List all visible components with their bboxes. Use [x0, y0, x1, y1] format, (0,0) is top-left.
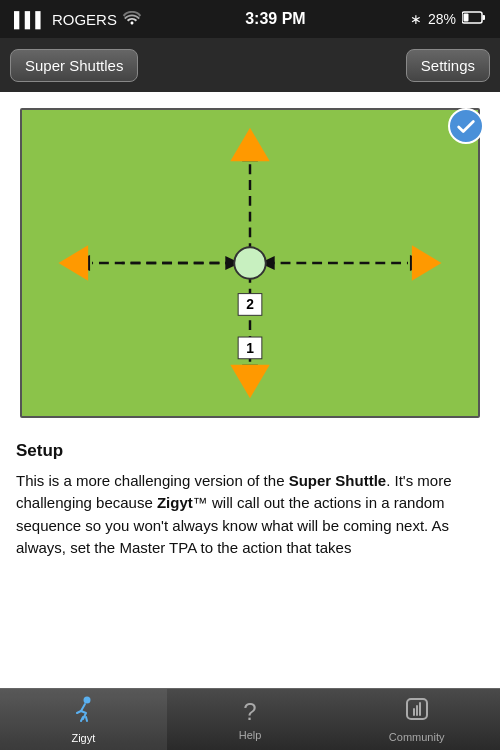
tab-bar: Zigyt ? Help Community: [0, 688, 500, 750]
community-icon: [404, 696, 430, 728]
svg-marker-18: [412, 245, 442, 281]
svg-marker-17: [59, 245, 89, 281]
description-text: This is a more challenging version of th…: [16, 470, 484, 560]
status-left: ▌▌▌ ROGERS: [14, 11, 141, 28]
svg-text:2: 2: [246, 296, 254, 312]
svg-point-23: [84, 697, 91, 704]
svg-marker-16: [230, 365, 269, 399]
back-button[interactable]: Super Shuttles: [10, 49, 138, 82]
content-area: 2 1 Setup This is a more challenging ver…: [0, 92, 500, 688]
battery-percent: 28%: [428, 11, 456, 27]
svg-marker-15: [230, 128, 269, 162]
signal-icon: ▌▌▌: [14, 11, 46, 28]
diagram-svg: 2 1: [22, 110, 478, 416]
drill-diagram: 2 1: [20, 108, 480, 418]
carrier-label: ROGERS: [52, 11, 117, 28]
bluetooth-icon: ∗: [410, 11, 422, 27]
svg-text:1: 1: [246, 340, 254, 356]
checkmark-button[interactable]: [448, 108, 484, 144]
status-right: ∗ 28%: [410, 11, 486, 27]
tab-help[interactable]: ? Help: [167, 689, 334, 750]
wifi-icon: [123, 11, 141, 28]
tab-community[interactable]: Community: [333, 689, 500, 750]
svg-point-14: [234, 247, 266, 279]
svg-rect-1: [483, 15, 486, 20]
tab-zigyt-label: Zigyt: [71, 732, 95, 744]
tab-zigyt[interactable]: Zigyt: [0, 689, 167, 750]
settings-button[interactable]: Settings: [406, 49, 490, 82]
tab-community-label: Community: [389, 731, 445, 743]
section-title: Setup: [16, 438, 484, 464]
tab-help-label: Help: [239, 729, 262, 741]
help-icon: ?: [243, 698, 256, 726]
zigyt-icon: [69, 695, 97, 729]
text-content: Setup This is a more challenging version…: [0, 428, 500, 574]
diagram-container: 2 1: [0, 92, 500, 428]
battery-icon: [462, 11, 486, 27]
status-bar: ▌▌▌ ROGERS 3:39 PM ∗ 28%: [0, 0, 500, 38]
nav-bar: Super Shuttles Settings: [0, 38, 500, 92]
svg-rect-2: [464, 14, 469, 22]
status-time: 3:39 PM: [245, 10, 305, 28]
